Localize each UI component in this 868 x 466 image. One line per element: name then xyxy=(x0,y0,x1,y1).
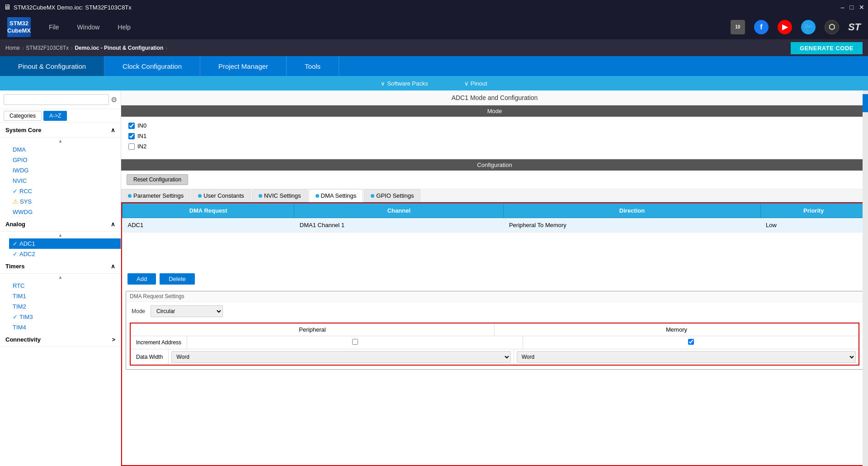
menu-help[interactable]: Help xyxy=(118,24,131,31)
sidebar-item-wwdg[interactable]: WWDG xyxy=(9,207,121,217)
tab-gpio-settings[interactable]: GPIO Settings xyxy=(364,189,420,202)
sidebar-item-tim1[interactable]: TIM1 xyxy=(9,291,121,301)
memory-data-width-cell: Word Half Word Byte xyxy=(514,349,859,365)
checkbox-in0[interactable] xyxy=(128,123,135,129)
sidebar-item-sys[interactable]: ⚠ SYS xyxy=(9,196,121,207)
adc2-label: ADC2 xyxy=(19,251,35,257)
st-brand-logo: ST xyxy=(848,21,861,33)
network-icon[interactable]: ⬡ xyxy=(825,20,839,34)
breadcrumb-current[interactable]: Demo.ioc - Pinout & Configuration xyxy=(75,45,163,51)
minimize-button[interactable]: – xyxy=(841,4,844,11)
table-row[interactable]: ADC1 DMA1 Channel 1 Peripheral To Memory… xyxy=(123,218,867,233)
tab-project[interactable]: Project Manager xyxy=(200,56,287,76)
sub-tab-software-packs[interactable]: ∨ Software Packs xyxy=(381,80,428,87)
sidebar-item-adc1[interactable]: ✓ ADC1 xyxy=(9,238,121,249)
scroll-up-btn[interactable]: ▲ xyxy=(0,138,121,144)
check-icon-rcc: ✓ xyxy=(13,188,18,195)
check-icon-adc2: ✓ xyxy=(13,251,18,257)
title-bar-text: STM32CubeMX Demo.ioc: STM32F103C8Tx xyxy=(14,4,132,11)
sub-tab-pinout[interactable]: ∨ Pinout xyxy=(464,80,487,87)
close-button[interactable]: ✕ xyxy=(859,4,864,11)
sidebar-item-nvic[interactable]: NVIC xyxy=(9,176,121,186)
search-input[interactable] xyxy=(4,94,109,105)
logo-line2: CubeMX xyxy=(7,27,31,34)
search-bar: ⚙ xyxy=(0,90,121,109)
label-in0: IN0 xyxy=(137,122,146,129)
breadcrumb-home[interactable]: Home xyxy=(5,45,20,51)
title-bar-left: 🖥 STM32CubeMX Demo.ioc: STM32F103C8Tx xyxy=(4,3,132,11)
tab-label-dma: DMA Settings xyxy=(321,192,357,199)
sidebar-item-rtc[interactable]: RTC xyxy=(9,281,121,291)
sidebar-item-tim4[interactable]: TIM4 xyxy=(9,322,121,333)
memory-increment-check[interactable] xyxy=(688,339,694,345)
tab-label-gpio: GPIO Settings xyxy=(376,192,414,199)
tab-tools[interactable]: Tools xyxy=(287,56,339,76)
reset-config-button[interactable]: Reset Configuration xyxy=(127,174,188,185)
cell-direction: Peripheral To Memory xyxy=(504,218,760,233)
memory-increment-cell xyxy=(523,336,859,349)
tab-label-nvic: NVIC Settings xyxy=(264,192,301,199)
tab-nvic-settings[interactable]: NVIC Settings xyxy=(252,189,308,202)
wwdg-label: WWDG xyxy=(13,209,33,215)
category-system-core[interactable]: System Core ∧ xyxy=(0,123,121,138)
tab-pinout[interactable]: Pinout & Configuration xyxy=(0,56,104,76)
sidebar-item-rcc[interactable]: ✓ RCC xyxy=(9,186,121,196)
logo-line1: STM32 xyxy=(9,20,28,27)
tim1-label: TIM1 xyxy=(13,293,26,300)
tab-clock[interactable]: Clock Configuration xyxy=(104,56,200,76)
sidebar-item-gpio[interactable]: GPIO xyxy=(9,155,121,165)
peripheral-increment-check[interactable] xyxy=(352,339,358,345)
connectivity-label: Connectivity xyxy=(5,336,41,343)
dma-table-container: DMA Request Channel Direction Priority A… xyxy=(121,202,868,466)
generate-code-button[interactable]: GENERATE CODE xyxy=(791,42,863,54)
checkbox-in1[interactable] xyxy=(128,133,135,139)
chevron-up-icon: ∧ xyxy=(111,127,115,133)
col-priority: Priority xyxy=(760,204,867,218)
tab-dma-settings[interactable]: DMA Settings xyxy=(309,189,363,202)
menu-window[interactable]: Window xyxy=(77,24,100,31)
gear-icon[interactable]: ⚙ xyxy=(111,95,117,104)
inner-tabs: Parameter Settings User Constants NVIC S… xyxy=(121,189,868,202)
label-in1: IN1 xyxy=(137,133,146,139)
maximize-button[interactable]: □ xyxy=(850,4,854,11)
right-scrollbar[interactable] xyxy=(863,90,868,466)
tim2-label: TIM2 xyxy=(13,303,26,310)
sidebar-item-tim3[interactable]: ✓ TIM3 xyxy=(9,312,121,322)
tab-label-user: User Constants xyxy=(203,192,244,199)
tab-dot-user xyxy=(198,194,202,198)
tab-user-constants[interactable]: User Constants xyxy=(191,189,251,202)
peripheral-data-width-select[interactable]: Word Half Word Byte xyxy=(171,351,510,363)
table-spacer xyxy=(122,233,867,269)
scroll-up-btn-analog[interactable]: ▲ xyxy=(0,232,121,238)
category-analog[interactable]: Analog ∧ xyxy=(0,217,121,232)
software-packs-label: Software Packs xyxy=(387,80,428,87)
check-icon-tim3: ✓ xyxy=(13,314,18,320)
scroll-up-btn-timers[interactable]: ▲ xyxy=(0,274,121,281)
filter-tab-az[interactable]: A->Z xyxy=(43,111,67,121)
cell-channel: DMA1 Channel 1 xyxy=(294,218,504,233)
mode-header: Mode xyxy=(121,105,868,117)
youtube-icon[interactable]: ▶ xyxy=(778,20,792,34)
menu-file[interactable]: File xyxy=(49,24,59,31)
category-connectivity[interactable]: Connectivity > xyxy=(0,333,121,347)
data-width-row: Data Width Word Half Word Byte Word xyxy=(131,349,859,365)
checkbox-in2[interactable] xyxy=(128,143,135,150)
category-timers[interactable]: Timers ∧ xyxy=(0,259,121,274)
delete-button[interactable]: Delete xyxy=(160,273,195,285)
sidebar-item-dma[interactable]: DMA xyxy=(9,144,121,155)
add-button[interactable]: Add xyxy=(127,273,156,285)
rcc-label: RCC xyxy=(19,188,32,195)
sidebar-item-tim2[interactable]: TIM2 xyxy=(9,301,121,312)
sidebar-item-iwdg[interactable]: IWDG xyxy=(9,165,121,176)
memory-data-width-select[interactable]: Word Half Word Byte xyxy=(517,351,856,363)
content-area: ADC1 Mode and Configuration Mode IN0 IN1… xyxy=(121,90,868,466)
scrollbar-thumb xyxy=(863,94,868,112)
sidebar-item-adc2[interactable]: ✓ ADC2 xyxy=(9,249,121,259)
config-header: Configuration xyxy=(121,159,868,171)
facebook-icon[interactable]: f xyxy=(754,20,769,34)
twitter-icon[interactable]: 🐦 xyxy=(801,20,816,34)
breadcrumb-chip[interactable]: STM32F103C8Tx xyxy=(26,45,69,51)
filter-tab-categories[interactable]: Categories xyxy=(4,111,42,121)
mode-select[interactable]: Circular Single xyxy=(151,305,223,317)
tab-parameter-settings[interactable]: Parameter Settings xyxy=(121,189,190,202)
